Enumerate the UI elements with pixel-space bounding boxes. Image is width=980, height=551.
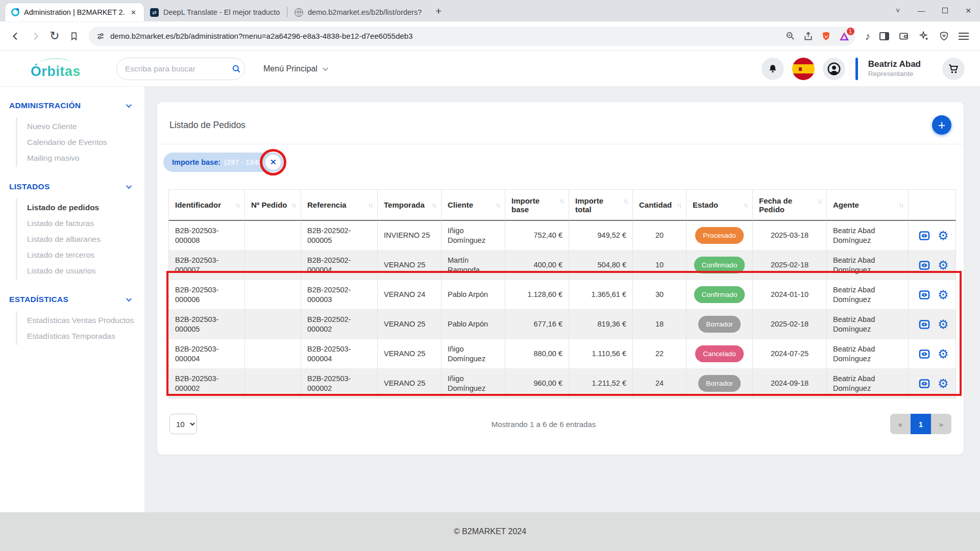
url-bar[interactable]: demo.b2market.es/b2b/administration?menu… <box>89 27 855 46</box>
pagination-page-1[interactable]: 1 <box>911 414 931 434</box>
zoom-out-icon[interactable] <box>785 31 796 41</box>
forward-icon[interactable] <box>27 28 44 45</box>
table-header-row: Identificador↑↓Nº Pedido↑↓Referencia↑↓Te… <box>168 189 956 221</box>
media-control-icon[interactable]: ♪ <box>865 30 871 42</box>
view-order-icon[interactable] <box>918 289 930 301</box>
pagination-prev-button[interactable]: « <box>890 414 911 434</box>
column-header-cliente[interactable]: Cliente↑↓ <box>442 189 505 221</box>
gear-icon[interactable]: ⚙ <box>938 378 949 390</box>
browser-toolbar: ↻ demo.b2market.es/b2b/administration?me… <box>0 21 980 51</box>
pagination-next-button[interactable]: » <box>931 414 951 434</box>
sidebar-item-mailing-masivo[interactable]: Mailing masivo <box>17 150 137 166</box>
column-header-referencia[interactable]: Referencia↑↓ <box>301 189 378 221</box>
sidebar-item-estadisticas-ventas-productos[interactable]: Estadísticas Ventas Productos <box>17 312 137 328</box>
sidebar-section-estadisticas[interactable]: ESTADÍSTICAS <box>0 295 144 304</box>
status-badge: Confirmado <box>694 257 745 273</box>
sidebar-item-listado-de-terceros[interactable]: Listado de terceros <box>17 247 137 263</box>
status-badge: Borrador <box>698 316 741 333</box>
sidebar-item-estadisticas-temporadas[interactable]: Estadísticas Temporadas <box>17 328 137 344</box>
tab-close-icon[interactable]: ✕ <box>129 9 138 16</box>
share-icon[interactable] <box>803 31 814 41</box>
column-header-estado[interactable]: Estado↑↓ <box>687 189 753 221</box>
reload-icon[interactable]: ↻ <box>46 28 63 45</box>
add-order-button[interactable]: + <box>932 115 951 135</box>
sort-icon[interactable]: ↑↓ <box>235 201 240 209</box>
sort-icon[interactable]: ↑↓ <box>291 201 296 209</box>
wallet-icon[interactable] <box>898 31 909 41</box>
cell-id: B2B-202503-000007 <box>168 251 245 280</box>
window-close-button[interactable]: ✕ <box>957 7 980 15</box>
search-input[interactable] <box>125 64 227 73</box>
column-header-identificador[interactable]: Identificador↑↓ <box>168 189 245 221</box>
tab-search-chevron-icon[interactable]: ˅ <box>886 7 910 15</box>
column-header-importe-base[interactable]: Importe base↑↓ <box>505 189 569 221</box>
window-maximize-button[interactable] <box>933 7 957 15</box>
brave-shield-icon[interactable] <box>821 31 831 42</box>
sort-icon[interactable]: ↑↓ <box>817 196 822 205</box>
leo-ai-icon[interactable] <box>918 31 929 42</box>
bookmark-icon[interactable] <box>65 28 83 45</box>
notifications-button[interactable] <box>762 58 784 80</box>
sidebar-item-listado-de-usuarios[interactable]: Listado de usuarios <box>17 263 137 279</box>
orders-table: Identificador↑↓Nº Pedido↑↓Referencia↑↓Te… <box>168 189 956 398</box>
view-order-icon[interactable] <box>918 318 930 331</box>
back-icon[interactable] <box>7 28 24 45</box>
view-order-icon[interactable] <box>918 348 930 360</box>
new-tab-button[interactable]: + <box>435 5 442 17</box>
filter-chip-close-button[interactable]: ✕ <box>265 155 281 170</box>
site-settings-icon[interactable] <box>96 32 105 41</box>
column-header-fecha-de-pedido[interactable]: Fecha de Pedido↑↓ <box>753 189 827 221</box>
sidebar-toggle-icon[interactable] <box>879 32 889 40</box>
sort-icon[interactable]: ↑↓ <box>496 201 500 209</box>
column-header-importe-total[interactable]: Importe total↑↓ <box>569 189 633 221</box>
search-box[interactable] <box>116 58 245 80</box>
gear-icon[interactable]: ⚙ <box>938 348 949 360</box>
language-flag-spain[interactable] <box>792 58 815 80</box>
cell-actions: ⚙ <box>909 280 956 310</box>
footer: © B2MARKET 2024 <box>0 512 980 551</box>
search-icon[interactable] <box>231 64 241 74</box>
main-menu-dropdown[interactable]: Menú Principal <box>263 64 327 73</box>
cell-client: Iñigo Domínguez <box>442 221 505 251</box>
vpn-shield-icon[interactable] <box>939 31 949 42</box>
sort-icon[interactable]: ↑↓ <box>432 201 436 209</box>
sidebar-item-nuevo-cliente[interactable]: Nuevo Cliente <box>17 118 137 134</box>
brave-rewards-icon[interactable]: 1 <box>839 31 850 41</box>
browser-tab-2[interactable]: DeepL Translate - El mejor traducto <box>144 3 286 21</box>
view-order-icon[interactable] <box>918 230 930 242</box>
url-text[interactable]: demo.b2market.es/b2b/administration?menu… <box>110 32 780 40</box>
gear-icon[interactable]: ⚙ <box>938 318 949 331</box>
cell-order_no <box>245 310 301 339</box>
orbitas-logo[interactable]: Órbitas <box>31 58 81 80</box>
gear-icon[interactable]: ⚙ <box>938 230 949 242</box>
column-header-cantidad[interactable]: Cantidad↑↓ <box>633 189 687 221</box>
sidebar-item-listado-de-facturas[interactable]: Listado de facturas <box>17 215 137 231</box>
view-order-icon[interactable] <box>918 259 930 271</box>
sidebar-item-listado-de-albaranes[interactable]: Listado de albaranes <box>17 231 137 247</box>
column-header-agente[interactable]: Agente↑↓ <box>827 189 909 221</box>
cart-button[interactable] <box>942 58 965 80</box>
menu-icon[interactable] <box>959 33 969 40</box>
view-order-icon[interactable] <box>918 378 930 390</box>
browser-tab-1[interactable]: Administration | B2MARKET 2.0✕ <box>5 3 144 21</box>
sort-icon[interactable]: ↑↓ <box>899 201 903 209</box>
sidebar-item-calendario-de-eventos[interactable]: Calendario de Eventos <box>17 134 137 150</box>
page-size-select[interactable]: 10 <box>169 414 197 434</box>
sidebar-section-administracion[interactable]: ADMINISTRACIÓN <box>0 101 144 110</box>
account-button[interactable] <box>823 58 845 80</box>
sort-icon[interactable]: ↑↓ <box>559 196 564 205</box>
sort-icon[interactable]: ↑↓ <box>623 196 628 205</box>
column-header-n-pedido[interactable]: Nº Pedido↑↓ <box>245 189 301 221</box>
sidebar-section-listados[interactable]: LISTADOS <box>0 182 144 191</box>
gear-icon[interactable]: ⚙ <box>938 259 949 271</box>
sort-icon[interactable]: ↑↓ <box>743 201 748 209</box>
sort-icon[interactable]: ↑↓ <box>368 201 373 209</box>
status-badge: Cancelado <box>695 345 744 362</box>
gear-icon[interactable]: ⚙ <box>938 289 949 301</box>
sidebar-item-listado-de-pedidos[interactable]: Listado de pedidos <box>17 199 137 215</box>
column-header-label: Estado <box>693 201 718 209</box>
sort-icon[interactable]: ↑↓ <box>677 201 681 209</box>
browser-tab-3[interactable]: demo.b2market.es/b2b/list/orders? <box>288 3 430 21</box>
column-header-temporada[interactable]: Temporada↑↓ <box>378 189 442 221</box>
window-minimize-button[interactable]: — <box>910 7 933 15</box>
